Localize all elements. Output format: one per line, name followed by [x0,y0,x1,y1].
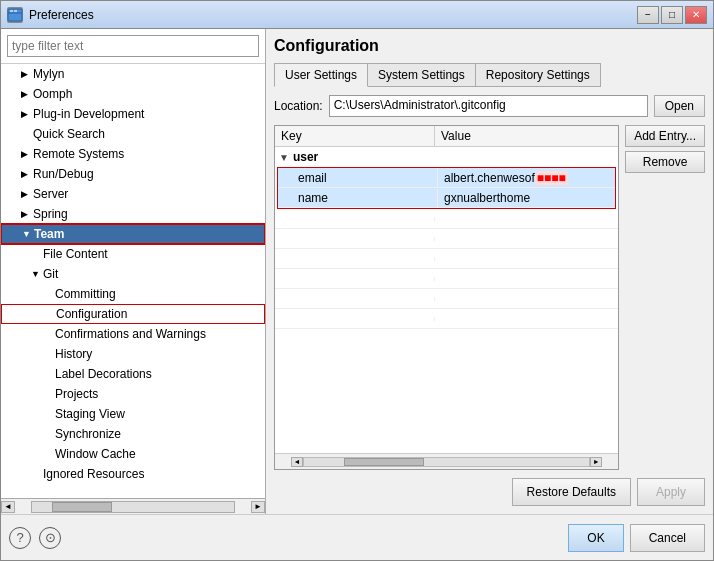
tree-item-run-debug[interactable]: ▶ Run/Debug [1,164,265,184]
svg-rect-3 [14,10,17,12]
tree-item-synchronize[interactable]: Synchronize [1,424,265,444]
tree-item-label-decorations[interactable]: Label Decorations [1,364,265,384]
tab-user-settings[interactable]: User Settings [274,63,368,87]
group-expand-icon: ▼ [279,152,289,163]
table-body: ▼ user email albert.chenwesof■■■■ [275,147,618,453]
table-scroll-left[interactable]: ◄ [291,457,303,467]
scroll-right-btn[interactable]: ► [251,501,265,513]
table-header: Key Value [275,126,618,147]
panel-title: Configuration [274,37,705,55]
filter-box [1,29,265,64]
table-scrollbar-track[interactable] [303,457,590,467]
table-row-email[interactable]: email albert.chenwesof■■■■ [278,168,615,188]
table-row-empty-2[interactable] [275,229,618,249]
apply-button[interactable]: Apply [637,478,705,506]
tree-item-remote-systems[interactable]: ▶ Remote Systems [1,144,265,164]
window-title: Preferences [29,8,637,22]
maximize-button[interactable]: □ [661,6,683,24]
add-entry-button[interactable]: Add Entry... [625,125,705,147]
tree-arrow-mylyn: ▶ [21,69,31,79]
help-icon[interactable]: ? [9,527,31,549]
tree-item-staging-view[interactable]: Staging View [1,404,265,424]
location-value: C:\Users\Administrator\.gitconfig [329,95,648,117]
remove-button[interactable]: Remove [625,151,705,173]
tree-item-committing[interactable]: Committing [1,284,265,304]
minimize-button[interactable]: − [637,6,659,24]
cell-value-email: albert.chenwesof■■■■ [438,169,615,187]
tree-item-projects[interactable]: Projects [1,384,265,404]
left-panel: ▶ Mylyn ▶ Oomph ▶ Plug-in Development Qu… [1,29,266,514]
location-label: Location: [274,99,323,113]
group-row-user[interactable]: ▼ user [275,147,618,167]
info-icon[interactable]: ⊙ [39,527,61,549]
tree-item-quick-search[interactable]: Quick Search [1,124,265,144]
restore-defaults-button[interactable]: Restore Defaults [512,478,631,506]
h-scrollbar-thumb[interactable] [52,502,112,512]
tree-item-plugin-dev[interactable]: ▶ Plug-in Development [1,104,265,124]
h-scrollbar-track[interactable] [31,501,235,513]
config-table: Key Value ▼ user [274,125,619,470]
tree-item-team[interactable]: ▼ Team [1,224,265,244]
scroll-left-btn[interactable]: ◄ [1,501,15,513]
main-content: ▶ Mylyn ▶ Oomph ▶ Plug-in Development Qu… [1,29,713,514]
table-scroll-right[interactable]: ► [590,457,602,467]
cell-key-email: email [278,169,438,187]
footer-left: ? ⊙ [9,527,61,549]
left-scrollbar[interactable]: ◄ ► [1,498,265,514]
actions-column: Add Entry... Remove [619,125,705,470]
location-row: Location: C:\Users\Administrator\.gitcon… [274,95,705,117]
tree-arrow-plugin-dev: ▶ [21,109,31,119]
panel-actions: Restore Defaults Apply [274,478,705,506]
tree-arrow-team: ▼ [22,229,32,239]
open-button[interactable]: Open [654,95,705,117]
tree-item-spring[interactable]: ▶ Spring [1,204,265,224]
tree-item-configuration[interactable]: Configuration [1,304,265,324]
redacted-icon: ■■■■ [535,171,568,185]
table-scrollbar[interactable]: ◄ ► [275,453,618,469]
tree-item-ignored-resources[interactable]: Ignored Resources [1,464,265,484]
table-row-empty-5[interactable] [275,289,618,309]
tree-arrow-remote-systems: ▶ [21,149,31,159]
selected-rows-group: email albert.chenwesof■■■■ name gxnualbe… [277,167,616,209]
table-row-empty-3[interactable] [275,249,618,269]
cancel-button[interactable]: Cancel [630,524,705,552]
tree-arrow-spring: ▶ [21,209,31,219]
table-scrollbar-thumb[interactable] [344,458,424,466]
col-header-value: Value [435,126,618,146]
tab-repo-settings[interactable]: Repository Settings [475,63,601,87]
right-panel: Configuration User Settings System Setti… [266,29,713,514]
table-row-empty-4[interactable] [275,269,618,289]
footer-bar: ? ⊙ OK Cancel [1,514,713,560]
tree-arrow-oomph: ▶ [21,89,31,99]
svg-rect-2 [10,10,13,12]
tree-arrow-git: ▼ [31,269,41,279]
tree-item-server[interactable]: ▶ Server [1,184,265,204]
window-icon [7,7,23,23]
tree-area: ▶ Mylyn ▶ Oomph ▶ Plug-in Development Qu… [1,64,265,498]
tree-item-confirmations[interactable]: Confirmations and Warnings [1,324,265,344]
cell-key-name: name [278,189,438,207]
tabs-bar: User Settings System Settings Repository… [274,63,705,87]
config-table-container: Key Value ▼ user [274,125,705,470]
tree-item-mylyn[interactable]: ▶ Mylyn [1,64,265,84]
ok-button[interactable]: OK [568,524,623,552]
title-bar: Preferences − □ ✕ [1,1,713,29]
filter-input[interactable] [7,35,259,57]
preferences-window: Preferences − □ ✕ ▶ Mylyn ▶ Oomph [0,0,714,561]
table-row-empty-6[interactable] [275,309,618,329]
tree-item-git[interactable]: ▼ Git [1,264,265,284]
tree-arrow-server: ▶ [21,189,31,199]
tree-item-oomph[interactable]: ▶ Oomph [1,84,265,104]
col-header-key: Key [275,126,435,146]
window-controls: − □ ✕ [637,6,707,24]
cell-value-name: gxnualberthome [438,189,615,207]
tree-item-history[interactable]: History [1,344,265,364]
tree-arrow-run-debug: ▶ [21,169,31,179]
tree-item-window-cache[interactable]: Window Cache [1,444,265,464]
tab-system-settings[interactable]: System Settings [367,63,476,87]
tree-item-file-content[interactable]: File Content [1,244,265,264]
close-button[interactable]: ✕ [685,6,707,24]
table-row-empty-1[interactable] [275,209,618,229]
email-text: albert.chenwesof [444,171,535,185]
table-row-name[interactable]: name gxnualberthome [278,188,615,208]
